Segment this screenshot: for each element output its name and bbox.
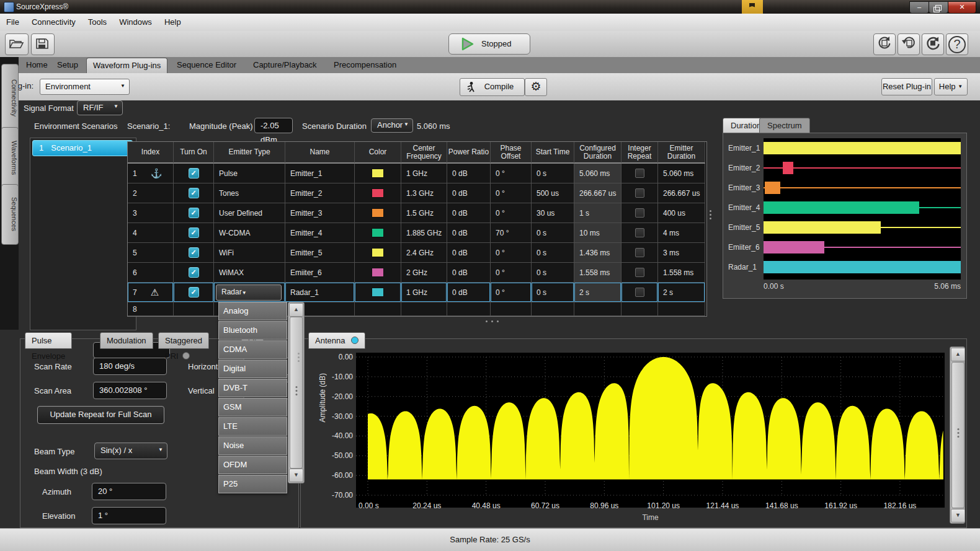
cell-integer-repeat[interactable] xyxy=(621,283,658,302)
integer-repeat-checkbox[interactable] xyxy=(635,228,644,237)
cell-color[interactable] xyxy=(355,302,401,316)
cell-turn-on[interactable]: ✓ xyxy=(174,164,214,183)
dropdown-option-ofdm[interactable]: OFDM xyxy=(218,456,287,474)
cell-phase-offset[interactable]: 0 ° xyxy=(491,203,532,223)
scenario-list-item[interactable]: 1Scenario_1 xyxy=(32,140,133,156)
cell-emitter-duration[interactable]: 5.060 ms xyxy=(658,164,705,183)
cell-integer-repeat[interactable] xyxy=(621,223,658,243)
cell-integer-repeat[interactable] xyxy=(621,183,658,203)
cell-center-frequency[interactable] xyxy=(401,302,447,316)
table-row[interactable]: 3✓User DefinedEmitter_31.5 GHz0 dB0 °30 … xyxy=(128,203,706,223)
cell-emitter-duration[interactable]: 2 s xyxy=(658,283,705,302)
reset-plugin-button[interactable]: Reset Plug-in xyxy=(881,78,932,95)
signal-format-combobox[interactable]: RF/IF ▼ xyxy=(77,100,123,115)
cell-power-ratio[interactable]: 0 dB xyxy=(447,164,491,183)
emitter-type-combobox[interactable]: Radar▼ xyxy=(216,284,282,301)
run-stop-button[interactable]: Stopped xyxy=(448,33,530,55)
dropdown-option-p25[interactable]: P25 xyxy=(218,475,287,493)
tab-sequence-editor[interactable]: Sequence Editor xyxy=(171,57,243,73)
turn-on-checkbox[interactable]: ✓ xyxy=(189,188,199,198)
elevation-input[interactable]: 1 ° xyxy=(92,507,166,524)
tab-pulse-envelope[interactable]: Pulse Envelope xyxy=(25,332,72,349)
cell-color[interactable] xyxy=(355,164,401,183)
cell-phase-offset[interactable]: 70 ° xyxy=(491,223,532,243)
cell-turn-on[interactable]: ✓ xyxy=(174,283,214,302)
cell-color[interactable] xyxy=(355,243,401,263)
cell-emitter-duration[interactable]: 1.558 ms xyxy=(658,263,705,283)
cell-emitter-type[interactable]: Radar▼ xyxy=(214,283,285,302)
cell-power-ratio[interactable]: 0 dB xyxy=(447,203,491,223)
dropdown-option-dvb-t[interactable]: DVB-T xyxy=(218,379,287,397)
refresh-button[interactable] xyxy=(922,33,944,55)
cell-emitter-type[interactable]: Tones xyxy=(214,183,285,203)
dropdown-option-gsm[interactable]: GSM xyxy=(218,398,287,417)
sidebar-tab-waveforms[interactable]: Waveforms xyxy=(1,127,19,189)
scan-area-input[interactable]: 360.002808 ° xyxy=(93,382,167,399)
restore-setup-button[interactable] xyxy=(873,33,896,55)
dropdown-option-lte[interactable]: LTE xyxy=(218,417,287,436)
cell-color[interactable] xyxy=(355,203,401,223)
integer-repeat-checkbox[interactable] xyxy=(635,208,644,218)
turn-on-checkbox[interactable]: ✓ xyxy=(189,247,199,258)
cell-phase-offset[interactable]: 0 ° xyxy=(491,243,532,263)
cell-center-frequency[interactable]: 1.3 GHz xyxy=(401,183,447,203)
cell-emitter-type[interactable]: Pulse xyxy=(214,164,285,183)
cell-power-ratio[interactable]: 0 dB xyxy=(447,243,491,263)
color-swatch[interactable] xyxy=(372,248,384,257)
cell-configured-duration[interactable]: 10 ms xyxy=(574,223,621,243)
cell-start-time[interactable]: 0 s xyxy=(532,164,574,183)
cell-start-time[interactable]: 0 s xyxy=(532,263,574,283)
turn-on-checkbox[interactable]: ✓ xyxy=(189,208,199,218)
cell-emitter-type[interactable]: W-CDMA xyxy=(214,223,285,243)
cell-configured-duration[interactable]: 5.060 ms xyxy=(574,164,621,183)
cell-color[interactable] xyxy=(355,183,401,203)
cell-name[interactable]: Emitter_3 xyxy=(285,203,355,223)
turn-on-checkbox[interactable]: ✓ xyxy=(189,287,199,298)
cell-start-time[interactable]: 0 s xyxy=(532,223,574,243)
color-swatch[interactable] xyxy=(372,288,384,297)
cell-center-frequency[interactable]: 1 GHz xyxy=(401,283,447,302)
integer-repeat-checkbox[interactable] xyxy=(635,169,644,178)
cell-power-ratio[interactable]: 0 dB xyxy=(447,263,491,283)
cell-power-ratio[interactable]: 0 dB xyxy=(447,183,491,203)
cell-center-frequency[interactable]: 2.4 GHz xyxy=(401,243,447,263)
cell-power-ratio[interactable]: 0 dB xyxy=(447,223,491,243)
tab-precompensation[interactable]: Precompensation xyxy=(327,57,403,73)
cell-emitter-type[interactable]: WiFi xyxy=(214,243,285,263)
menu-item-windows[interactable]: Windows xyxy=(113,14,158,30)
tab-antenna[interactable]: Antenna xyxy=(308,332,365,349)
cell-phase-offset[interactable]: 0 ° xyxy=(491,164,532,183)
cell-emitter-duration[interactable] xyxy=(658,302,705,316)
cell-start-time[interactable]: 0 s xyxy=(532,283,574,302)
sidebar-tab-sequences[interactable]: Sequences xyxy=(1,184,19,245)
cell-center-frequency[interactable]: 1.5 GHz xyxy=(401,203,447,223)
tab-staggered-pri[interactable]: Staggered PRI xyxy=(158,332,209,349)
cell-start-time[interactable]: 30 us xyxy=(532,203,574,223)
magnitude-input[interactable]: -2.05 dBm xyxy=(254,118,293,133)
dropdown-scrollbar-thumb[interactable] xyxy=(290,317,303,469)
panel-splitter-grip[interactable] xyxy=(296,351,301,364)
tab-waveform-plug-ins[interactable]: Waveform Plug-ins xyxy=(86,58,167,74)
vertical-splitter-grip[interactable] xyxy=(708,208,713,221)
cell-emitter-duration[interactable]: 3 ms xyxy=(658,243,705,263)
update-repeat-button[interactable]: Update Repeat for Full Scan xyxy=(37,406,164,424)
menu-item-file[interactable]: File xyxy=(0,14,25,30)
tab-home[interactable]: Home xyxy=(20,57,54,73)
restore-button[interactable] xyxy=(929,1,948,14)
table-row[interactable]: 5✓WiFiEmitter_52.4 GHz0 dB0 °0 s1.436 ms… xyxy=(128,243,706,263)
dropdown-option-digital-modulation[interactable]: Digital Modulation xyxy=(218,359,287,378)
cell-name[interactable]: Emitter_2 xyxy=(285,183,355,203)
minimize-button[interactable]: – xyxy=(909,1,929,14)
compile-button[interactable]: Compile xyxy=(460,78,525,96)
color-swatch[interactable] xyxy=(372,169,384,178)
cell-integer-repeat[interactable] xyxy=(621,263,658,283)
dropdown-scrollbar[interactable]: ▲ ▼ xyxy=(288,302,305,483)
restore-last-setup-button[interactable] xyxy=(898,33,920,55)
help-button[interactable]: ? xyxy=(946,33,968,55)
color-swatch[interactable] xyxy=(372,208,384,218)
plugin-help-button[interactable]: Help ▼ xyxy=(934,78,968,95)
tab-capture-playback[interactable]: Capture/Playback xyxy=(247,57,323,73)
cell-emitter-duration[interactable]: 4 ms xyxy=(658,223,705,243)
cell-phase-offset[interactable]: 0 ° xyxy=(491,183,532,203)
cell-name[interactable]: Radar_1 xyxy=(285,283,355,302)
